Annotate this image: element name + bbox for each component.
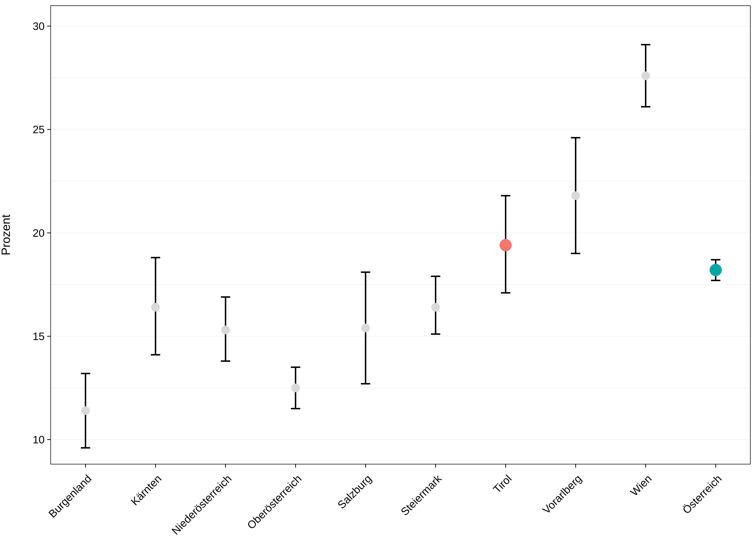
x-tick-mark [365, 465, 366, 468]
x-tick-mark [225, 465, 226, 468]
y-tick-mark [47, 129, 51, 130]
chart-panel-border [51, 5, 751, 465]
y-tick-label: 30 [33, 20, 45, 32]
x-tick-mark [645, 465, 646, 468]
x-tick-mark [435, 465, 436, 468]
y-axis-title: Prozent [0, 214, 13, 255]
x-tick-label: Steiermark [398, 472, 444, 518]
x-tick-label: Salzburg [335, 472, 374, 511]
y-tick-label: 15 [33, 330, 45, 342]
x-tick-label: Tirol [491, 472, 514, 496]
x-tick-label: Burgenland [46, 472, 94, 520]
y-tick-mark [47, 232, 51, 233]
x-tick-mark [155, 465, 156, 468]
x-tick-mark [85, 465, 86, 468]
x-tick-label: Kärnten [128, 472, 164, 508]
y-tick-mark [47, 336, 51, 337]
x-tick-label: Niederösterreich [169, 472, 234, 537]
x-tick-label: Vorarlberg [540, 472, 584, 516]
x-tick-label: Oberösterreich [245, 472, 304, 532]
y-tick-mark [47, 26, 51, 27]
x-tick-mark [575, 465, 576, 468]
y-tick-label: 20 [33, 227, 45, 239]
y-tick-mark [47, 439, 51, 440]
chart-container: 1015202530 BurgenlandKärntenNiederösterr… [0, 0, 756, 540]
x-tick-mark [505, 465, 506, 468]
y-tick-label: 25 [33, 123, 45, 136]
x-tick-label: Wien [628, 472, 654, 498]
x-tick-mark [295, 465, 296, 468]
x-tick-mark [715, 465, 716, 468]
x-tick-label: Österreich [680, 472, 724, 516]
y-tick-label: 10 [33, 434, 45, 446]
